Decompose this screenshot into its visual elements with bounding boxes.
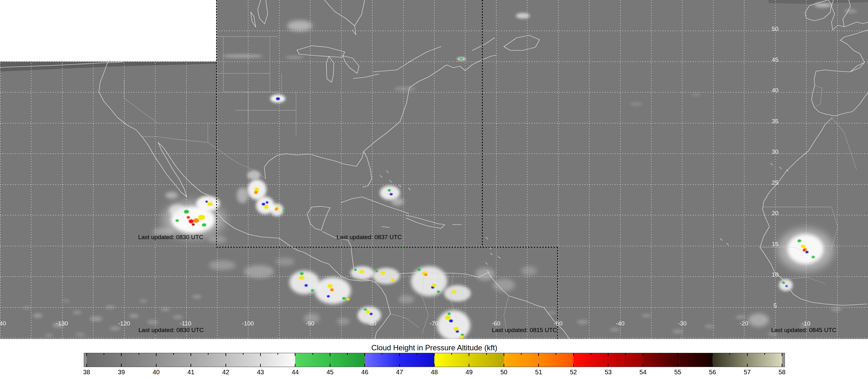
longitude-label: -110	[180, 320, 191, 327]
colorbar-minor-tick	[521, 353, 522, 355]
no-data-region	[0, 0, 216, 61]
longitude-label: -10	[802, 320, 810, 327]
colorbar-segment	[678, 353, 712, 367]
colorbar-tick	[190, 364, 191, 367]
colorbar-tick	[434, 353, 435, 356]
colorbar-tick	[86, 364, 87, 367]
colorbar-minor-tick	[382, 353, 382, 355]
colorbar-tick	[225, 364, 226, 367]
colorbar-tick	[469, 353, 469, 356]
colorbar-tick	[260, 364, 261, 367]
longitude-label: -50	[554, 320, 562, 327]
colorbar-minor-tick	[347, 353, 348, 355]
colorbar-tick	[225, 353, 226, 356]
colorbar-title: Cloud Height in Pressure Altitude (kft)	[340, 343, 529, 352]
colorbar-segment	[469, 353, 504, 367]
longitude-label: -80	[368, 320, 376, 327]
colorbar-tick	[538, 353, 539, 356]
colorbar-minor-tick	[312, 353, 313, 355]
colorbar-tick-label: 51	[529, 369, 548, 376]
latitude-label: 40	[768, 87, 782, 94]
colorbar-segment	[400, 353, 434, 367]
colorbar-tick	[399, 353, 400, 356]
colorbar-tick	[434, 364, 435, 367]
colorbar-minor-tick	[486, 353, 487, 355]
colorbar-tick	[469, 364, 469, 367]
colorbar-tick	[121, 364, 122, 367]
colorbar-tick	[364, 353, 365, 356]
last-updated-label: Last updated: 0830 UTC	[138, 234, 203, 241]
latitude-label: 50	[768, 26, 782, 32]
colorbar-minor-tick	[451, 353, 452, 355]
latitude-label: 10	[768, 271, 782, 278]
colorbar-tick-label: 46	[355, 369, 374, 376]
colorbar-segment	[191, 353, 225, 367]
colorbar-tick	[538, 364, 539, 367]
colorbar-tick-label: 43	[251, 369, 270, 376]
colorbar-tick	[712, 364, 713, 367]
colorbar-tick	[86, 353, 87, 356]
colorbar-tick-label: 38	[77, 369, 96, 376]
colorbar-tick-label: 55	[668, 369, 687, 376]
longitude-label: -90	[306, 320, 314, 327]
colorbar-tick	[747, 364, 748, 367]
colorbar-tick	[156, 364, 157, 367]
colorbar-minor-tick	[660, 353, 661, 355]
longitude-label: -100	[242, 320, 254, 327]
colorbar-segment	[330, 353, 365, 367]
colorbar-minor-tick	[243, 353, 244, 355]
colorbar-segment	[712, 353, 747, 367]
longitude-label: -130	[56, 320, 68, 327]
last-updated-label: Last updated: 0830 UTC	[138, 327, 204, 333]
colorbar-tick	[643, 364, 643, 367]
last-updated-label: Last updated: 0837 UTC	[336, 234, 402, 241]
colorbar-minor-tick	[208, 353, 209, 355]
colorbar-segment	[504, 353, 538, 367]
colorbar-tick	[678, 353, 678, 356]
colorbar-tick-label: 50	[494, 369, 514, 376]
colorbar-tick-label: 41	[181, 369, 200, 376]
colorbar-tick-label: 42	[216, 369, 235, 376]
longitude-label: -120	[118, 320, 130, 327]
colorbar-tick-label: 45	[321, 369, 340, 376]
colorbar-tick-label: 56	[703, 369, 722, 376]
satellite-cloud-height-composite: -140-130-120-110-100-90-80-70-60-50-40-3…	[0, 0, 868, 379]
colorbar-tick	[782, 364, 782, 367]
colorbar-segment	[365, 353, 399, 367]
colorbar-tick	[364, 364, 365, 367]
cloud-height-map: -140-130-120-110-100-90-80-70-60-50-40-3…	[0, 0, 868, 339]
colorbar-segment	[434, 353, 469, 367]
colorbar-tick	[295, 353, 296, 356]
colorbar-tick	[121, 353, 122, 356]
colorbar-segment	[121, 353, 156, 367]
longitude-label: -70	[430, 320, 438, 327]
longitude-label: -30	[678, 320, 686, 327]
colorbar-minor-tick	[173, 353, 174, 355]
longitude-label: -140	[0, 320, 6, 327]
colorbar-tick	[678, 364, 678, 367]
colorbar-segment	[643, 353, 678, 367]
latitude-label: 5	[768, 302, 782, 309]
longitude-label: -40	[616, 320, 624, 327]
colorbar-legend: Cloud Height in Pressure Altitude (kft) …	[0, 339, 868, 379]
colorbar-segment	[574, 353, 608, 367]
longitude-label: -20	[740, 320, 748, 327]
political-borders	[105, 36, 857, 334]
colorbar-tick-label: 57	[738, 369, 757, 376]
colorbar-segment	[608, 353, 643, 367]
colorbar-tick-label: 39	[112, 369, 131, 376]
colorbar-tick-label: 52	[564, 369, 583, 376]
colorbar-tick	[330, 364, 330, 367]
colorbar-tick-label: 53	[599, 369, 618, 376]
colorbar-tick-label: 54	[633, 369, 652, 376]
colorbar-tick	[295, 364, 296, 367]
latitude-label: 45	[768, 56, 782, 63]
colorbar-tick	[608, 364, 609, 367]
colorbar-tick-label: 49	[460, 369, 478, 376]
colorbar-segment	[226, 353, 260, 367]
colorbar-tick-label: 58	[773, 369, 792, 376]
colorbar-segment	[87, 353, 121, 367]
colorbar-tick	[643, 353, 643, 356]
latitude-label: 30	[768, 148, 782, 155]
colorbar-tick-label: 47	[390, 369, 409, 376]
